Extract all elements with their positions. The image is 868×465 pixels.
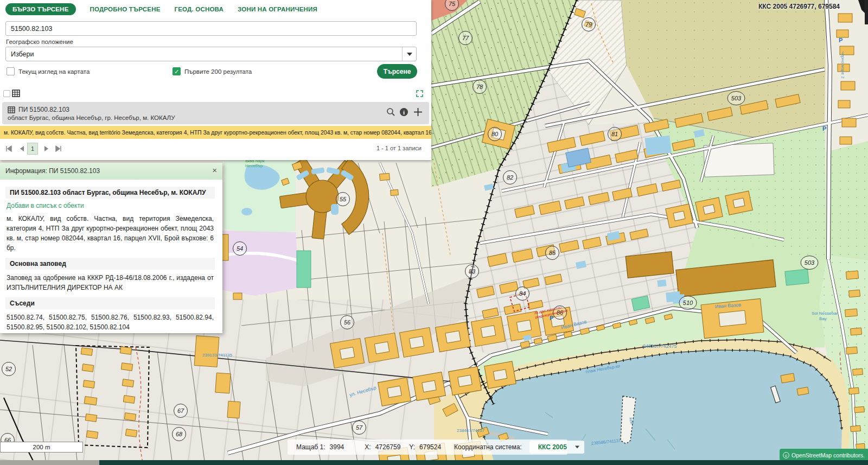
pagination: 1 1 - 1 от 1 записи — [0, 141, 431, 157]
result-subtitle: област Бургас, община Несебър, гр. Несеб… — [8, 114, 175, 121]
result-title: ПИ 51500.82.103 — [18, 106, 69, 113]
parcel-icon — [8, 106, 16, 114]
svg-text:239133/741135: 239133/741135 — [202, 353, 233, 358]
svg-text:510: 510 — [683, 300, 693, 306]
checkbox-first200[interactable]: ✓ — [173, 67, 181, 75]
checkbox-current-view-label: Текущ изглед на картата — [18, 68, 90, 75]
copyright-icon: c — [783, 452, 789, 458]
svg-text:Bay: Bay — [819, 316, 827, 321]
results-toolbar — [0, 88, 431, 100]
page-first-icon[interactable] — [5, 145, 12, 152]
zoom-to-icon[interactable] — [386, 107, 395, 117]
checkbox-row: Текущ изглед на картата ✓ Първите 200 ре… — [0, 64, 431, 79]
add-to-list-link[interactable]: Добави в списък с обекти — [7, 202, 215, 209]
svg-text:57: 57 — [356, 424, 363, 431]
svg-text:55: 55 — [340, 196, 347, 202]
crs-select[interactable]: ККС 2005 — [529, 441, 584, 454]
svg-text:Sol Nessebar: Sol Nessebar — [812, 311, 838, 316]
svg-text:56: 56 — [344, 319, 351, 326]
tab-quick-search[interactable]: БЪРЗО ТЪРСЕНЕ — [5, 3, 76, 15]
search-button[interactable]: Търсене — [377, 64, 417, 79]
region-pink — [222, 231, 299, 296]
x-value: 4726759 — [375, 443, 401, 451]
info-popup: Информация: ПИ 51500.82.103 × ПИ 51500.8… — [0, 163, 222, 333]
scale-bar: 200 m — [0, 442, 83, 453]
geo-select-value: Избери — [11, 50, 34, 58]
popup-heading: ПИ 51500.82.103 област Бургас, община Не… — [5, 187, 215, 199]
tab-geod-basis[interactable]: ГЕОД. ОСНОВА — [175, 6, 224, 12]
order-heading: Основна заповед — [5, 258, 215, 270]
search-input[interactable]: 51500.82.103 — [5, 21, 417, 36]
crs-value: ККС 2005 — [538, 443, 567, 451]
tab-detailed-search[interactable]: ПОДРОБНО ТЪРСЕНЕ — [90, 6, 161, 12]
svg-text:81: 81 — [611, 131, 618, 137]
svg-text:85: 85 — [549, 250, 556, 256]
geo-label: Географско положение — [6, 39, 73, 45]
status-bar: Мащаб 1: 3994 X: 4726759 Y: 679524 Коорд… — [288, 439, 567, 455]
pagination-summary: 1 - 1 от 1 записи — [376, 145, 422, 151]
order-text: Заповед за одобрение на КККР РД-18-46/18… — [7, 273, 214, 292]
x-label: X: — [365, 443, 371, 451]
page-next-icon[interactable] — [43, 145, 50, 152]
popup-header[interactable]: Информация: ПИ 51500.82.103 × — [0, 163, 222, 180]
page-number[interactable]: 1 — [27, 143, 38, 155]
svg-text:Несебър: Несебър — [245, 163, 263, 168]
checkbox-first200-label: Първите 200 резултата — [184, 68, 252, 75]
tab-restriction-zones[interactable]: ЗОНИ НА ОГРАНИЧЕНИЯ — [238, 6, 317, 12]
svg-text:238467/74157: 238467/74157 — [457, 428, 485, 433]
svg-text:черно море 2: черно море 2 — [840, 52, 845, 79]
svg-text:52: 52 — [5, 366, 12, 372]
info-icon[interactable]: i — [399, 107, 409, 117]
svg-text:78: 78 — [476, 84, 483, 90]
tabs: БЪРЗО ТЪРСЕНЕ ПОДРОБНО ТЪРСЕНЕ ГЕОД. ОСН… — [5, 3, 317, 16]
svg-text:i: i — [403, 109, 405, 116]
search-panel: БЪРЗО ТЪРСЕНЕ ПОДРОБНО ТЪРСЕНЕ ГЕОД. ОСН… — [0, 0, 431, 160]
svg-text:240367/742475: 240367/742475 — [643, 343, 677, 349]
result-detail-bar[interactable]: м. КОКАЛУ, вид собств. Частна, вид terri… — [0, 126, 431, 139]
result-row[interactable]: ПИ 51500.82.103 област Бургас, община Не… — [2, 102, 429, 124]
svg-text:84: 84 — [519, 290, 526, 297]
svg-text:54: 54 — [237, 245, 243, 252]
crs-label: Координатна система: — [454, 443, 522, 451]
geo-select[interactable]: Избери — [5, 47, 417, 61]
bottom-strip — [99, 460, 868, 465]
osm-attribution[interactable]: c OpenStreetMap contributors. — [780, 449, 868, 461]
svg-text:83: 83 — [469, 268, 476, 275]
svg-text:503: 503 — [805, 259, 815, 266]
page-last-icon[interactable] — [55, 145, 62, 152]
grid-icon[interactable] — [12, 89, 21, 98]
svg-text:82: 82 — [507, 174, 513, 181]
add-icon[interactable] — [413, 107, 423, 117]
svg-text:75: 75 — [449, 1, 456, 7]
y-label: Y: — [409, 443, 415, 451]
select-all-checkbox[interactable] — [3, 90, 10, 97]
scale-label: Мащаб 1: — [296, 443, 326, 451]
svg-text:79: 79 — [585, 21, 592, 28]
cursor-coordinates: ККС 2005 4726977, 679584 — [758, 3, 840, 10]
bottom-strip-left — [0, 460, 99, 465]
popup-title: Информация: ПИ 51500.82.103 — [5, 167, 100, 175]
svg-text:68: 68 — [176, 431, 183, 437]
svg-text:80: 80 — [492, 131, 499, 137]
page-prev-icon[interactable] — [18, 145, 25, 152]
close-icon[interactable]: × — [212, 165, 217, 175]
app: 7577787980818283848586503503510545556575… — [0, 0, 868, 465]
svg-text:P: P — [839, 37, 843, 43]
svg-text:77: 77 — [462, 35, 469, 41]
neighbors-heading: Съседи — [5, 297, 215, 309]
svg-text:P: P — [822, 125, 826, 132]
y-value: 679524 — [419, 443, 441, 451]
neighbors-list: 51500.82.74, 51500.82.75, 51500.82.76, 5… — [7, 313, 214, 332]
svg-text:c: c — [785, 453, 787, 458]
checkbox-current-view[interactable] — [7, 67, 15, 75]
svg-text:P: P — [550, 315, 553, 321]
geo-select-arrow[interactable] — [402, 47, 416, 61]
scale-value[interactable]: 3994 — [330, 443, 344, 451]
result-detail-text: м. КОКАЛУ, вид собств. Частна, вид terri… — [0, 130, 431, 136]
popup-description: м. КОКАЛУ, вид собств. Частна, вид терит… — [7, 214, 214, 253]
svg-text:503: 503 — [731, 95, 742, 101]
expand-icon[interactable] — [416, 90, 424, 98]
svg-text:67: 67 — [177, 407, 184, 414]
